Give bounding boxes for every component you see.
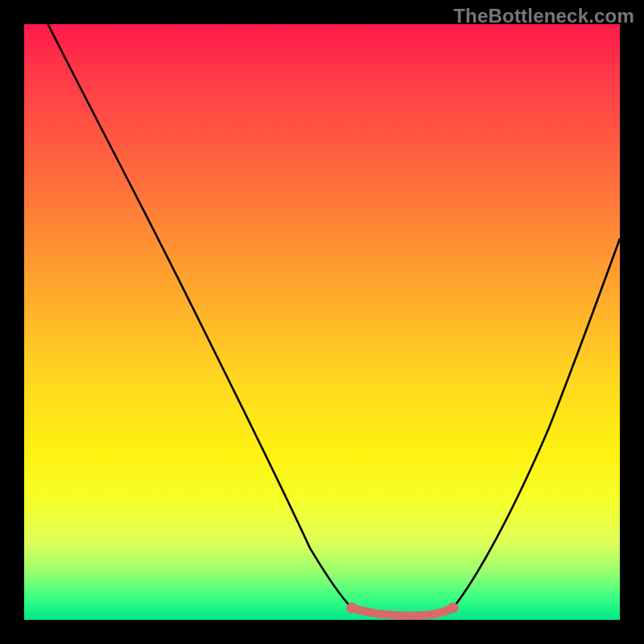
chart-frame: TheBottleneck.com (0, 0, 644, 644)
curve-layer (24, 24, 620, 620)
right-curve (453, 238, 620, 608)
valley-marker (352, 608, 453, 616)
attribution-label: TheBottleneck.com (453, 5, 634, 27)
valley-marker-dot-left (346, 603, 357, 613)
plot-area (24, 24, 620, 620)
valley-marker-dot-right (448, 603, 458, 613)
left-curve (48, 24, 352, 608)
